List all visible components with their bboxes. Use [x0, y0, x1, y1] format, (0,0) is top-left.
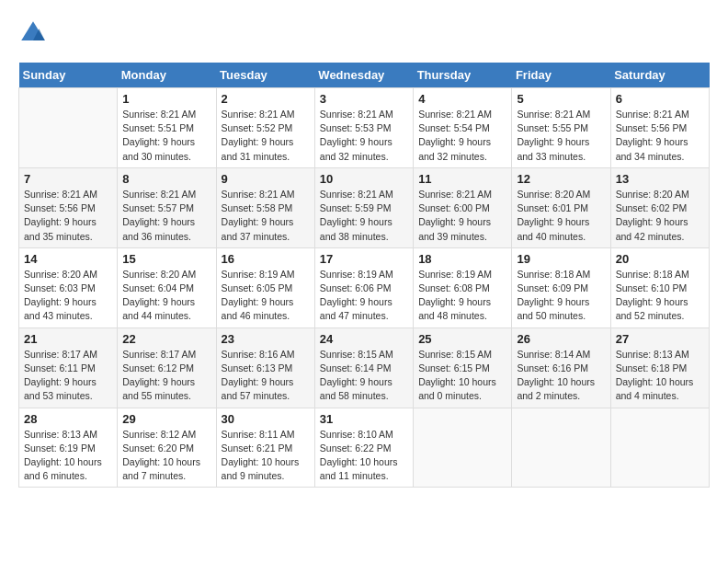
- day-info: Sunrise: 8:21 AMSunset: 5:51 PMDaylight:…: [122, 108, 210, 164]
- calendar-cell: 31Sunrise: 8:10 AMSunset: 6:22 PMDayligh…: [314, 408, 413, 488]
- calendar-cell: 21Sunrise: 8:17 AMSunset: 6:11 PMDayligh…: [19, 327, 118, 408]
- calendar-cell: 19Sunrise: 8:18 AMSunset: 6:09 PMDayligh…: [512, 247, 610, 327]
- day-number: 1: [122, 92, 210, 106]
- day-number: 9: [222, 172, 310, 186]
- calendar-cell: 24Sunrise: 8:15 AMSunset: 6:14 PMDayligh…: [314, 327, 413, 408]
- calendar-cell: 5Sunrise: 8:21 AMSunset: 5:55 PMDaylight…: [512, 88, 610, 168]
- day-number: 18: [418, 252, 506, 266]
- day-info: Sunrise: 8:21 AMSunset: 5:52 PMDaylight:…: [222, 108, 310, 164]
- day-number: 24: [320, 332, 408, 346]
- calendar-cell: 9Sunrise: 8:21 AMSunset: 5:58 PMDaylight…: [216, 167, 314, 247]
- day-info: Sunrise: 8:13 AMSunset: 6:18 PMDaylight:…: [616, 348, 704, 404]
- calendar-cell: 17Sunrise: 8:19 AMSunset: 6:06 PMDayligh…: [314, 247, 413, 327]
- weekday-header: Saturday: [610, 63, 709, 88]
- day-number: 31: [320, 412, 408, 426]
- weekday-header: Monday: [118, 63, 216, 88]
- day-info: Sunrise: 8:21 AMSunset: 5:58 PMDaylight:…: [222, 188, 310, 244]
- day-number: 26: [517, 332, 605, 346]
- weekday-header: Thursday: [414, 63, 512, 88]
- calendar-cell: 10Sunrise: 8:21 AMSunset: 5:59 PMDayligh…: [314, 167, 413, 247]
- day-number: 20: [616, 252, 704, 266]
- day-info: Sunrise: 8:13 AMSunset: 6:19 PMDaylight:…: [24, 428, 112, 484]
- calendar-cell: 4Sunrise: 8:21 AMSunset: 5:54 PMDaylight…: [414, 88, 512, 168]
- header-row: SundayMondayTuesdayWednesdayThursdayFrid…: [19, 63, 710, 88]
- day-number: 29: [122, 412, 210, 426]
- day-info: Sunrise: 8:21 AMSunset: 5:53 PMDaylight:…: [320, 108, 408, 164]
- day-info: Sunrise: 8:15 AMSunset: 6:14 PMDaylight:…: [320, 348, 408, 404]
- calendar-cell: 29Sunrise: 8:12 AMSunset: 6:20 PMDayligh…: [118, 408, 216, 488]
- day-info: Sunrise: 8:21 AMSunset: 5:57 PMDaylight:…: [122, 188, 210, 244]
- calendar-cell: 6Sunrise: 8:21 AMSunset: 5:56 PMDaylight…: [610, 88, 709, 168]
- calendar-cell: 20Sunrise: 8:18 AMSunset: 6:10 PMDayligh…: [610, 247, 709, 327]
- day-number: 30: [222, 412, 310, 426]
- day-number: 25: [418, 332, 506, 346]
- day-number: 11: [418, 172, 506, 186]
- calendar-cell: 12Sunrise: 8:20 AMSunset: 6:01 PMDayligh…: [512, 167, 610, 247]
- calendar-cell: 14Sunrise: 8:20 AMSunset: 6:03 PMDayligh…: [19, 247, 118, 327]
- day-number: 2: [222, 92, 310, 106]
- day-info: Sunrise: 8:18 AMSunset: 6:10 PMDaylight:…: [616, 268, 704, 324]
- weekday-header: Wednesday: [314, 63, 413, 88]
- page-header: [18, 18, 710, 48]
- calendar-week-row: 7Sunrise: 8:21 AMSunset: 5:56 PMDaylight…: [19, 167, 710, 247]
- calendar-cell: [19, 88, 118, 168]
- day-number: 28: [24, 412, 112, 426]
- calendar-cell: 23Sunrise: 8:16 AMSunset: 6:13 PMDayligh…: [216, 327, 314, 408]
- calendar-cell: 26Sunrise: 8:14 AMSunset: 6:16 PMDayligh…: [512, 327, 610, 408]
- day-number: 17: [320, 252, 408, 266]
- day-number: 27: [616, 332, 704, 346]
- calendar-cell: 3Sunrise: 8:21 AMSunset: 5:53 PMDaylight…: [314, 88, 413, 168]
- day-number: 22: [122, 332, 210, 346]
- day-info: Sunrise: 8:20 AMSunset: 6:02 PMDaylight:…: [616, 188, 704, 244]
- calendar-cell: 13Sunrise: 8:20 AMSunset: 6:02 PMDayligh…: [610, 167, 709, 247]
- day-info: Sunrise: 8:19 AMSunset: 6:05 PMDaylight:…: [222, 268, 310, 324]
- day-info: Sunrise: 8:21 AMSunset: 5:55 PMDaylight:…: [517, 108, 605, 164]
- day-info: Sunrise: 8:20 AMSunset: 6:01 PMDaylight:…: [517, 188, 605, 244]
- calendar-cell: 25Sunrise: 8:15 AMSunset: 6:15 PMDayligh…: [414, 327, 512, 408]
- day-info: Sunrise: 8:19 AMSunset: 6:06 PMDaylight:…: [320, 268, 408, 324]
- day-number: 19: [517, 252, 605, 266]
- day-number: 14: [24, 252, 112, 266]
- calendar-cell: 18Sunrise: 8:19 AMSunset: 6:08 PMDayligh…: [414, 247, 512, 327]
- day-number: 7: [24, 172, 112, 186]
- day-info: Sunrise: 8:20 AMSunset: 6:04 PMDaylight:…: [122, 268, 210, 324]
- day-info: Sunrise: 8:15 AMSunset: 6:15 PMDaylight:…: [418, 348, 506, 404]
- day-info: Sunrise: 8:21 AMSunset: 5:56 PMDaylight:…: [616, 108, 704, 164]
- day-number: 16: [222, 252, 310, 266]
- calendar-cell: [610, 408, 709, 488]
- day-info: Sunrise: 8:14 AMSunset: 6:16 PMDaylight:…: [517, 348, 605, 404]
- calendar-cell: 28Sunrise: 8:13 AMSunset: 6:19 PMDayligh…: [19, 408, 118, 488]
- day-number: 15: [122, 252, 210, 266]
- day-info: Sunrise: 8:12 AMSunset: 6:20 PMDaylight:…: [122, 428, 210, 484]
- day-number: 8: [122, 172, 210, 186]
- calendar-cell: 22Sunrise: 8:17 AMSunset: 6:12 PMDayligh…: [118, 327, 216, 408]
- day-info: Sunrise: 8:10 AMSunset: 6:22 PMDaylight:…: [320, 428, 408, 484]
- calendar-cell: 1Sunrise: 8:21 AMSunset: 5:51 PMDaylight…: [118, 88, 216, 168]
- day-info: Sunrise: 8:21 AMSunset: 5:59 PMDaylight:…: [320, 188, 408, 244]
- day-number: 21: [24, 332, 112, 346]
- weekday-header: Friday: [512, 63, 610, 88]
- calendar-cell: 11Sunrise: 8:21 AMSunset: 6:00 PMDayligh…: [414, 167, 512, 247]
- day-number: 10: [320, 172, 408, 186]
- calendar-week-row: 21Sunrise: 8:17 AMSunset: 6:11 PMDayligh…: [19, 327, 710, 408]
- day-number: 4: [418, 92, 506, 106]
- calendar-week-row: 14Sunrise: 8:20 AMSunset: 6:03 PMDayligh…: [19, 247, 710, 327]
- day-number: 23: [222, 332, 310, 346]
- calendar-cell: 7Sunrise: 8:21 AMSunset: 5:56 PMDaylight…: [19, 167, 118, 247]
- logo: [18, 18, 51, 48]
- day-info: Sunrise: 8:18 AMSunset: 6:09 PMDaylight:…: [517, 268, 605, 324]
- calendar-cell: [414, 408, 512, 488]
- day-info: Sunrise: 8:19 AMSunset: 6:08 PMDaylight:…: [418, 268, 506, 324]
- day-info: Sunrise: 8:21 AMSunset: 6:00 PMDaylight:…: [418, 188, 506, 244]
- calendar-cell: [512, 408, 610, 488]
- day-number: 12: [517, 172, 605, 186]
- calendar-cell: 15Sunrise: 8:20 AMSunset: 6:04 PMDayligh…: [118, 247, 216, 327]
- calendar-table: SundayMondayTuesdayWednesdayThursdayFrid…: [18, 63, 710, 488]
- day-info: Sunrise: 8:17 AMSunset: 6:12 PMDaylight:…: [122, 348, 210, 404]
- day-info: Sunrise: 8:20 AMSunset: 6:03 PMDaylight:…: [24, 268, 112, 324]
- day-info: Sunrise: 8:21 AMSunset: 5:56 PMDaylight:…: [24, 188, 112, 244]
- calendar-week-row: 28Sunrise: 8:13 AMSunset: 6:19 PMDayligh…: [19, 408, 710, 488]
- day-info: Sunrise: 8:21 AMSunset: 5:54 PMDaylight:…: [418, 108, 506, 164]
- weekday-header: Tuesday: [216, 63, 314, 88]
- logo-icon: [18, 18, 48, 48]
